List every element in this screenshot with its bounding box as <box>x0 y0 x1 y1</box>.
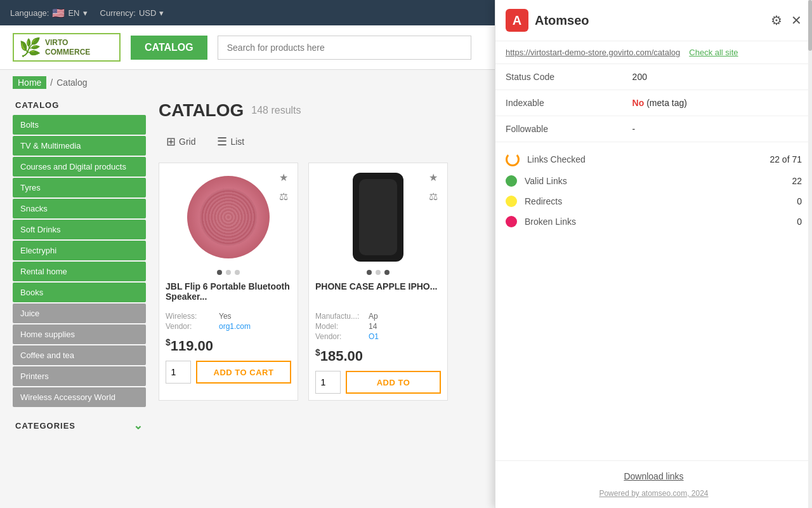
indexable-row: Indexable No (meta tag) <box>495 90 812 116</box>
grid-label: Grid <box>179 137 195 147</box>
price-value: 119.00 <box>171 338 213 354</box>
quantity-input-jbl[interactable] <box>166 361 191 384</box>
powered-by: Powered by atomseo.com, 2024 <box>599 489 708 498</box>
compare-icon-2[interactable]: ⚖ <box>426 189 441 204</box>
results-count: 148 results <box>251 105 301 116</box>
speaker-visual <box>187 176 270 258</box>
valid-links-row: Valid Links 22 <box>506 175 802 187</box>
check-all-site-link[interactable]: Check all site <box>689 48 738 57</box>
followable-row: Followable - <box>495 116 812 142</box>
links-checked-value: 22 of 71 <box>769 154 802 164</box>
sidebar-item-juice[interactable]: Juice <box>13 304 146 323</box>
links-checked-row: Links Checked 22 of 71 <box>506 152 802 166</box>
panel-scrollbar[interactable] <box>808 0 812 508</box>
atomseo-logo-letter: A <box>513 13 521 28</box>
favorite-icon-2[interactable]: ★ <box>426 170 441 185</box>
vendor-value[interactable]: org1.com <box>219 322 251 331</box>
redirects-row: Redirects 0 <box>506 196 802 207</box>
product-card-phone-case: ★ ⚖ PHONE CASE APPLE IPHO... Manufactu..… <box>308 163 448 401</box>
atomseo-links-section: Links Checked 22 of 71 Valid Links 22 Re… <box>495 142 812 246</box>
dot-3 <box>235 270 240 275</box>
chevron-down-icon: ⌄ <box>133 418 143 432</box>
sidebar-item-snacks[interactable]: Snacks <box>13 199 146 218</box>
list-label: List <box>230 137 244 147</box>
list-view-button[interactable]: ☰ List <box>209 131 252 152</box>
model-value: 14 <box>369 322 377 331</box>
carousel-dots-2 <box>315 270 441 275</box>
add-to-cart-row-jbl: ADD TO CART <box>166 361 291 384</box>
sidebar-item-home-supplies[interactable]: Home supplies <box>13 324 146 344</box>
categories-header[interactable]: CATEGORIES ⌄ <box>13 412 146 439</box>
categories-label: CATEGORIES <box>15 421 75 431</box>
wireless-label: Wireless: <box>166 312 216 321</box>
product-actions: ★ ⚖ <box>276 170 291 204</box>
dot-1 <box>217 270 222 275</box>
product-price-jbl: $119.00 <box>166 337 291 354</box>
logo-icon: 🌿 <box>19 37 41 58</box>
product-card-jbl: ★ ⚖ JBL Flip 6 Portable Bluetooth Speake… <box>159 163 298 401</box>
carousel-dots <box>166 270 291 275</box>
add-to-cart-button-jbl[interactable]: ADD TO CART <box>196 361 291 384</box>
scrollbar-thumb <box>808 0 812 51</box>
sidebar-item-courses[interactable]: Courses and Digital products <box>13 157 146 177</box>
breadcrumb-separator: / <box>50 77 53 88</box>
product-price-phone: $185.00 <box>315 347 441 364</box>
flag-icon: 🇺🇸 <box>52 7 65 19</box>
product-image-phone <box>315 170 441 265</box>
currency-selector[interactable]: Currency: USD ▾ <box>100 8 164 18</box>
product-title-jbl: JBL Flip 6 Portable Bluetooth Speaker... <box>166 281 291 307</box>
loading-icon <box>506 152 520 166</box>
sidebar-item-coffee-tea[interactable]: Coffee and tea <box>13 345 146 365</box>
atomseo-logo: A <box>506 9 528 32</box>
logo[interactable]: 🌿 VIRTOCOMMERCE <box>13 33 121 62</box>
sidebar-item-books[interactable]: Books <box>13 283 146 302</box>
language-selector[interactable]: Language: 🇺🇸 EN ▾ <box>10 7 88 19</box>
phone-case-visual <box>353 173 403 262</box>
product-meta-wireless: Wireless: Yes <box>166 312 291 321</box>
product-meta-manufacturer: Manufactu...: Ap <box>315 312 441 321</box>
product-title-phone: PHONE CASE APPLE IPHO... <box>315 281 441 307</box>
content-title: CATALOG <box>159 100 244 121</box>
manufacturer-label: Manufactu...: <box>315 312 366 321</box>
followable-value: - <box>622 116 812 142</box>
catalog-button[interactable]: CATALOG <box>131 36 207 60</box>
close-button[interactable]: ✕ <box>791 13 802 28</box>
redirects-value: 0 <box>797 196 802 206</box>
breadcrumb-home[interactable]: Home <box>13 76 46 89</box>
language-label: Language: <box>10 8 49 18</box>
dot-1 <box>367 270 372 275</box>
sidebar-item-bolts[interactable]: Bolts <box>13 115 146 135</box>
sidebar: CATALOG Bolts TV & Multimedia Courses an… <box>13 95 146 508</box>
broken-links-value: 0 <box>797 217 802 227</box>
sidebar-item-electryphi[interactable]: Electryphi <box>13 241 146 260</box>
search-input[interactable] <box>218 36 471 60</box>
grid-view-button[interactable]: ⊞ Grid <box>159 131 203 152</box>
sidebar-item-tyres[interactable]: Tyres <box>13 178 146 197</box>
settings-button[interactable]: ⚙ <box>771 13 782 28</box>
vendor-value-2[interactable]: O1 <box>369 332 379 341</box>
indexable-no: No <box>632 98 645 108</box>
compare-icon[interactable]: ⚖ <box>276 189 291 204</box>
add-to-cart-button-phone[interactable]: ADD TO <box>346 371 441 394</box>
sidebar-item-soft-drinks[interactable]: Soft Drinks <box>13 220 146 239</box>
valid-dot <box>506 175 517 187</box>
sidebar-item-tv-multimedia[interactable]: TV & Multimedia <box>13 136 146 156</box>
favorite-icon[interactable]: ★ <box>276 170 291 185</box>
currency-value: USD <box>139 8 156 18</box>
sidebar-item-wireless[interactable]: Wireless Accessory World <box>13 387 146 407</box>
sidebar-item-rental-home[interactable]: Rental home <box>13 262 146 281</box>
grid-icon: ⊞ <box>166 135 176 149</box>
chevron-down-icon: ▾ <box>83 8 88 18</box>
product-actions-2: ★ ⚖ <box>426 170 441 204</box>
broken-links-label: Broken Links <box>525 217 789 227</box>
breadcrumb-current: Catalog <box>56 77 87 88</box>
status-code-row: Status Code 200 <box>495 64 812 90</box>
atomseo-url[interactable]: https://virtostart-demo-store.govirto.co… <box>506 48 680 57</box>
speaker-grill <box>200 189 257 246</box>
download-links-button[interactable]: Download links <box>506 471 802 481</box>
list-icon: ☰ <box>217 135 227 149</box>
atomseo-header-icons: ⚙ ✕ <box>771 13 802 28</box>
sidebar-item-printers[interactable]: Printers <box>13 366 146 386</box>
logo-text: VIRTOCOMMERCE <box>45 38 90 57</box>
quantity-input-phone[interactable] <box>315 371 341 394</box>
